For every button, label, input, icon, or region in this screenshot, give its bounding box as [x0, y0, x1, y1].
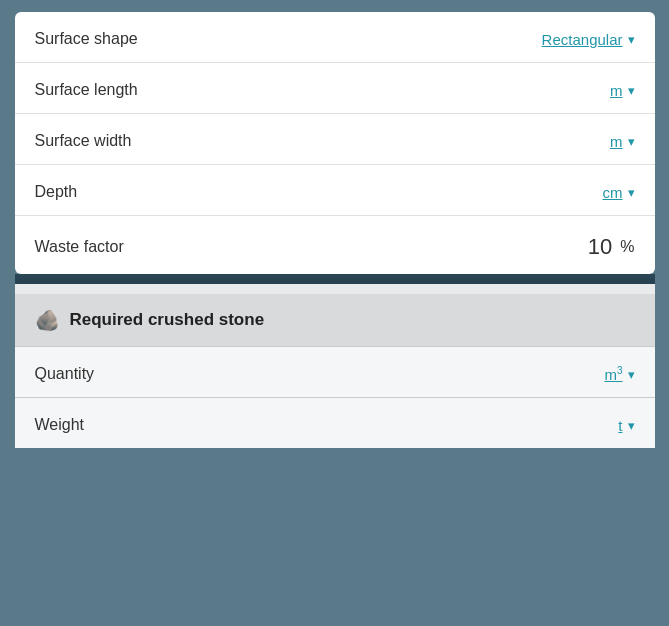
depth-unit[interactable]: cm [603, 184, 623, 201]
depth-row: Depth cm ▾ [15, 165, 655, 216]
weight-label: Weight [35, 416, 85, 434]
waste-factor-value: 10 [588, 234, 612, 260]
surface-width-row: Surface width m ▾ [15, 114, 655, 165]
top-card: Surface shape Rectangular ▾ Surface leng… [15, 12, 655, 274]
depth-label: Depth [35, 183, 78, 201]
surface-width-arrow[interactable]: ▾ [628, 134, 635, 149]
quantity-control[interactable]: m3 ▾ [604, 365, 634, 383]
surface-length-arrow[interactable]: ▾ [628, 83, 635, 98]
weight-row: Weight t ▾ [15, 398, 655, 448]
surface-shape-control[interactable]: Rectangular ▾ [542, 31, 635, 48]
bottom-card: 🪨 Required crushed stone Quantity m3 ▾ W… [15, 294, 655, 448]
quantity-unit[interactable]: m3 [604, 365, 622, 383]
quantity-label: Quantity [35, 365, 95, 383]
surface-width-unit[interactable]: m [610, 133, 623, 150]
weight-unit[interactable]: t [618, 417, 622, 434]
card-bridge [15, 274, 655, 294]
surface-shape-value[interactable]: Rectangular [542, 31, 623, 48]
section-title: Required crushed stone [70, 310, 265, 330]
quantity-row: Quantity m3 ▾ [15, 347, 655, 398]
surface-length-unit[interactable]: m [610, 82, 623, 99]
crushed-stone-icon: 🪨 [35, 308, 60, 332]
surface-width-label: Surface width [35, 132, 132, 150]
waste-factor-label: Waste factor [35, 238, 124, 256]
surface-shape-label: Surface shape [35, 30, 138, 48]
depth-control[interactable]: cm ▾ [603, 184, 635, 201]
weight-control[interactable]: t ▾ [618, 417, 634, 434]
surface-width-control[interactable]: m ▾ [610, 133, 635, 150]
waste-factor-row: Waste factor 10 % [15, 216, 655, 274]
surface-length-row: Surface length m ▾ [15, 63, 655, 114]
surface-length-control[interactable]: m ▾ [610, 82, 635, 99]
waste-factor-control: 10 % [588, 234, 635, 260]
surface-shape-arrow[interactable]: ▾ [628, 32, 635, 47]
quantity-superscript: 3 [617, 365, 623, 376]
section-header: 🪨 Required crushed stone [15, 294, 655, 347]
weight-arrow[interactable]: ▾ [628, 418, 635, 433]
surface-length-label: Surface length [35, 81, 138, 99]
quantity-arrow[interactable]: ▾ [628, 367, 635, 382]
depth-arrow[interactable]: ▾ [628, 185, 635, 200]
surface-shape-row: Surface shape Rectangular ▾ [15, 12, 655, 63]
waste-factor-unit: % [620, 238, 634, 256]
